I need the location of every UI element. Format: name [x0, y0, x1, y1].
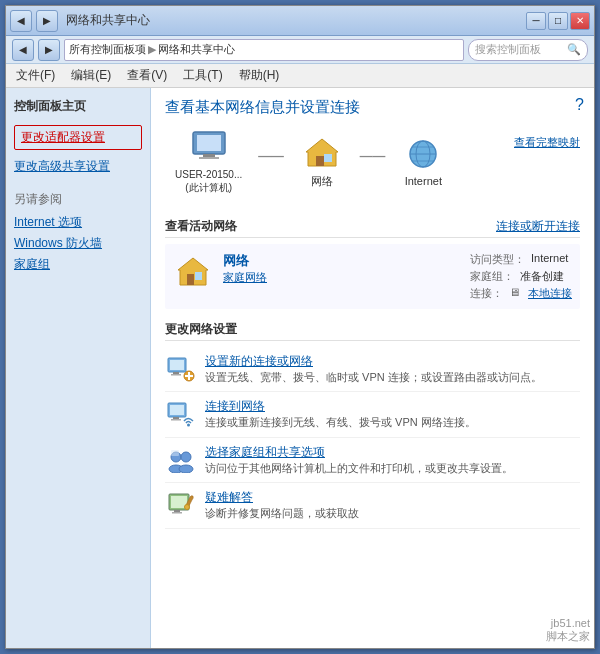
content-area: ? 查看基本网络信息并设置连接 — [151, 88, 594, 648]
settings-section: 更改网络设置 — [165, 321, 580, 529]
setting-setup-new-title[interactable]: 设置新的连接或网络 — [205, 353, 580, 370]
connect-disconnect-link[interactable]: 连接或断开连接 — [496, 218, 580, 235]
setup-new-icon — [165, 353, 197, 383]
connect-icon — [165, 398, 197, 428]
network-diagram-container: USER-20150...(此计算机) ── — [165, 129, 580, 206]
svg-rect-16 — [170, 360, 184, 370]
forward-button[interactable]: ▶ — [36, 10, 58, 32]
active-network-header: 查看活动网络 连接或断开连接 — [165, 218, 580, 238]
network-type[interactable]: 家庭网络 — [223, 270, 460, 285]
svg-point-28 — [181, 452, 191, 462]
sidebar-homegroup[interactable]: 家庭组 — [14, 254, 142, 275]
menu-edit[interactable]: 编辑(E) — [65, 65, 117, 86]
sidebar-link-change-advanced[interactable]: 更改高级共享设置 — [14, 156, 142, 177]
setting-homegroup-title[interactable]: 选择家庭组和共享选项 — [205, 444, 580, 461]
active-network: 网络 家庭网络 访问类型： Internet 家庭组： 准备创建 连接： 🖥 — [165, 244, 580, 309]
breadcrumb[interactable]: 所有控制面板项 ▶ 网络和共享中心 — [64, 39, 464, 61]
address-bar: ◀ ▶ 所有控制面板项 ▶ 网络和共享中心 搜索控制面板 🔍 — [6, 36, 594, 64]
watermark: jb51.net 脚本之家 — [546, 617, 590, 644]
setting-setup-new-text: 设置新的连接或网络 设置无线、宽带、拨号、临时或 VPN 连接；或设置路由器或访… — [205, 353, 580, 385]
svg-rect-25 — [171, 419, 181, 421]
close-button[interactable]: ✕ — [570, 12, 590, 30]
breadcrumb-part2: 网络和共享中心 — [158, 42, 235, 57]
svg-rect-2 — [203, 154, 215, 157]
detail-access-type: 访问类型： Internet — [470, 252, 572, 267]
network-diagram: USER-20150...(此计算机) ── — [165, 129, 445, 194]
breadcrumb-sep: ▶ — [148, 43, 156, 56]
menu-file[interactable]: 文件(F) — [10, 65, 61, 86]
menu-tools[interactable]: 工具(T) — [177, 65, 228, 86]
svg-rect-17 — [173, 372, 179, 374]
network-name[interactable]: 网络 — [223, 252, 460, 270]
main-area: 控制面板主页 更改适配器设置 更改高级共享设置 另请参阅 Internet 选项… — [6, 88, 594, 648]
addr-back-button[interactable]: ◀ — [12, 39, 34, 61]
main-window: ◀ ▶ 网络和共享中心 ─ □ ✕ ◀ ▶ 所有控制面板项 ▶ 网络和共享中心 … — [5, 5, 595, 649]
setting-homegroup: 选择家庭组和共享选项 访问位于其他网络计算机上的文件和打印机，或更改共享设置。 — [165, 438, 580, 483]
setting-connect-title[interactable]: 连接到网络 — [205, 398, 580, 415]
window-title: 网络和共享中心 — [66, 12, 150, 29]
maximize-button[interactable]: □ — [548, 12, 568, 30]
active-network-icon — [173, 254, 213, 290]
setting-connect-desc: 连接或重新连接到无线、有线、拨号或 VPN 网络连接。 — [205, 415, 580, 430]
content-title: 查看基本网络信息并设置连接 — [165, 98, 580, 117]
network-details: 访问类型： Internet 家庭组： 准备创建 连接： 🖥 本地连接 — [470, 252, 572, 301]
troubleshoot-icon — [165, 489, 197, 519]
svg-rect-13 — [187, 274, 194, 285]
svg-rect-18 — [171, 374, 181, 376]
sidebar-link-change-adapter[interactable]: 更改适配器设置 — [14, 125, 142, 150]
network-info: 网络 家庭网络 — [223, 252, 460, 285]
menu-view[interactable]: 查看(V) — [121, 65, 173, 86]
homegroup-icon — [165, 444, 197, 474]
setting-connect: 连接到网络 连接或重新连接到无线、有线、拨号或 VPN 网络连接。 — [165, 392, 580, 437]
sidebar-also-see: 另请参阅 Internet 选项 Windows 防火墙 家庭组 — [14, 191, 142, 275]
connection-link[interactable]: 本地连接 — [528, 286, 572, 301]
internet-label: Internet — [405, 175, 442, 187]
setting-homegroup-desc: 访问位于其他网络计算机上的文件和打印机，或更改共享设置。 — [205, 461, 580, 476]
title-bar-left: ◀ ▶ 网络和共享中心 — [10, 10, 526, 32]
breadcrumb-part1: 所有控制面板项 — [69, 42, 146, 57]
svg-rect-6 — [324, 154, 332, 162]
computer-label: USER-20150...(此计算机) — [175, 168, 242, 194]
title-bar: ◀ ▶ 网络和共享中心 ─ □ ✕ — [6, 6, 594, 36]
svg-rect-1 — [197, 135, 221, 151]
setting-troubleshoot: 疑难解答 诊断并修复网络问题，或获取故 — [165, 483, 580, 528]
network-icon — [300, 135, 344, 171]
minimize-button[interactable]: ─ — [526, 12, 546, 30]
svg-rect-23 — [170, 405, 184, 415]
sidebar-title: 控制面板主页 — [14, 98, 142, 115]
connection-icon: 🖥 — [509, 286, 520, 301]
search-placeholder: 搜索控制面板 — [475, 42, 541, 57]
setting-homegroup-text: 选择家庭组和共享选项 访问位于其他网络计算机上的文件和打印机，或更改共享设置。 — [205, 444, 580, 476]
setting-setup-new: 设置新的连接或网络 设置无线、宽带、拨号、临时或 VPN 连接；或设置路由器或访… — [165, 347, 580, 392]
svg-rect-34 — [174, 510, 180, 512]
search-box[interactable]: 搜索控制面板 🔍 — [468, 39, 588, 61]
view-full-map[interactable]: 查看完整映射 — [514, 129, 580, 150]
svg-point-30 — [179, 465, 193, 473]
setting-troubleshoot-title[interactable]: 疑难解答 — [205, 489, 580, 506]
svg-point-36 — [185, 505, 190, 510]
sidebar-internet-options[interactable]: Internet 选项 — [14, 212, 142, 233]
setting-setup-new-desc: 设置无线、宽带、拨号、临时或 VPN 连接；或设置路由器或访问点。 — [205, 370, 580, 385]
arrow-2: ── — [360, 146, 386, 167]
svg-rect-14 — [195, 272, 202, 280]
computer-icon — [187, 129, 231, 165]
internet-icon — [401, 136, 445, 172]
setting-connect-text: 连接到网络 连接或重新连接到无线、有线、拨号或 VPN 网络连接。 — [205, 398, 580, 430]
detail-homegroup: 家庭组： 准备创建 — [470, 269, 572, 284]
svg-rect-35 — [172, 512, 182, 514]
detail-connection: 连接： 🖥 本地连接 — [470, 286, 572, 301]
back-button[interactable]: ◀ — [10, 10, 32, 32]
network-label: 网络 — [311, 174, 333, 189]
sidebar: 控制面板主页 更改适配器设置 更改高级共享设置 另请参阅 Internet 选项… — [6, 88, 151, 648]
search-icon: 🔍 — [567, 43, 581, 56]
help-icon[interactable]: ? — [575, 96, 584, 114]
svg-point-26 — [187, 424, 190, 427]
svg-rect-31 — [171, 450, 179, 456]
svg-rect-24 — [173, 417, 179, 419]
menu-help[interactable]: 帮助(H) — [233, 65, 286, 86]
svg-rect-5 — [316, 156, 324, 166]
addr-forward-button[interactable]: ▶ — [38, 39, 60, 61]
sidebar-windows-firewall[interactable]: Windows 防火墙 — [14, 233, 142, 254]
menu-bar: 文件(F) 编辑(E) 查看(V) 工具(T) 帮助(H) — [6, 64, 594, 88]
arrow-1: ── — [258, 146, 284, 167]
